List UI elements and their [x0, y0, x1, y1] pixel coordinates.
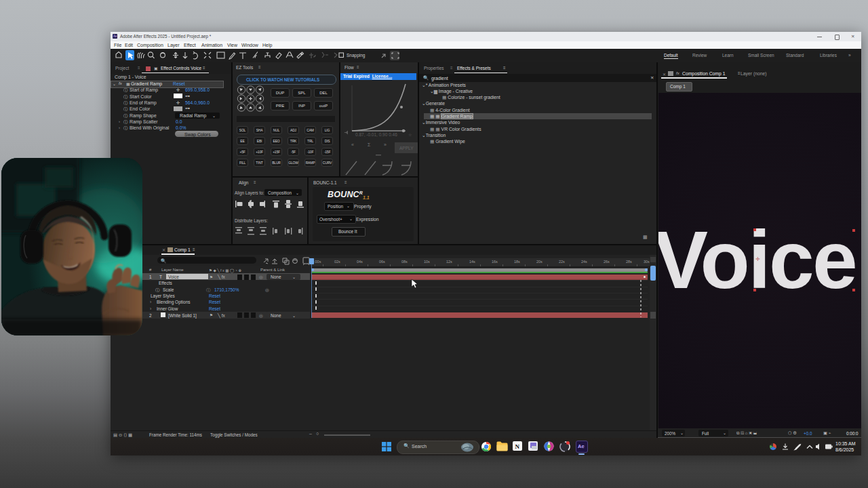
svg-text:APPLY: APPLY: [399, 146, 414, 150]
svg-text:Snapping: Snapping: [347, 53, 366, 58]
svg-text:☆: ☆: [408, 133, 412, 137]
svg-text:»: »: [384, 142, 387, 147]
svg-text:Σ: Σ: [368, 142, 371, 147]
svg-text:0.87, -0.01, 0.90 0.46: 0.87, -0.01, 0.90 0.46: [355, 132, 397, 137]
svg-text:«: «: [351, 142, 354, 147]
